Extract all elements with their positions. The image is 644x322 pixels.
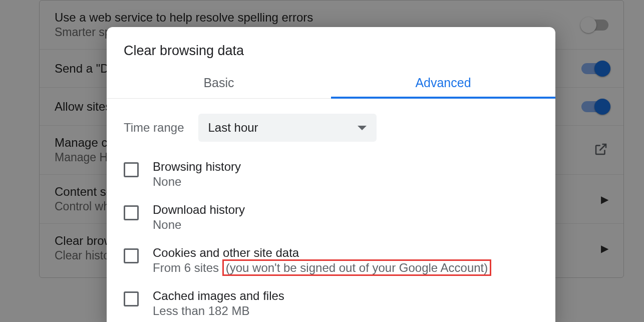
option-title: Cached images and files bbox=[153, 289, 284, 303]
tab-basic[interactable]: Basic bbox=[107, 69, 331, 98]
caret-down-icon bbox=[358, 126, 367, 130]
time-range-value: Last hour bbox=[208, 121, 258, 135]
time-range-select[interactable]: Last hour bbox=[198, 114, 377, 142]
option-cookies: Cookies and other site data From 6 sites… bbox=[124, 239, 538, 282]
dialog-tabs: Basic Advanced bbox=[107, 69, 555, 99]
option-download-history: Download history None bbox=[124, 196, 538, 239]
option-title: Download history bbox=[153, 203, 245, 217]
highlight-annotation: (you won't be signed out of your Google … bbox=[222, 259, 492, 276]
time-range-label: Time range bbox=[124, 121, 184, 135]
option-sub: Less than 182 MB bbox=[153, 304, 284, 318]
clear-options-list: Browsing history None Download history N… bbox=[107, 153, 555, 322]
option-title: Browsing history bbox=[153, 160, 241, 174]
tab-advanced[interactable]: Advanced bbox=[331, 69, 555, 98]
checkbox-cookies[interactable] bbox=[124, 248, 139, 263]
option-title: Cookies and other site data bbox=[153, 246, 491, 260]
option-sub: None bbox=[153, 175, 241, 189]
checkbox-cached[interactable] bbox=[124, 291, 139, 306]
option-browsing-history: Browsing history None bbox=[124, 153, 538, 196]
checkbox-download-history[interactable] bbox=[124, 205, 139, 220]
option-sub: From 6 sites (you won't be signed out of… bbox=[153, 261, 491, 275]
option-sub: None bbox=[153, 218, 245, 232]
time-range-row: Time range Last hour bbox=[107, 99, 555, 153]
dialog-title: Clear browsing data bbox=[107, 27, 555, 69]
checkbox-browsing-history[interactable] bbox=[124, 162, 139, 177]
clear-browsing-data-dialog: Clear browsing data Basic Advanced Time … bbox=[107, 27, 555, 322]
option-cached: Cached images and files Less than 182 MB bbox=[124, 282, 538, 322]
